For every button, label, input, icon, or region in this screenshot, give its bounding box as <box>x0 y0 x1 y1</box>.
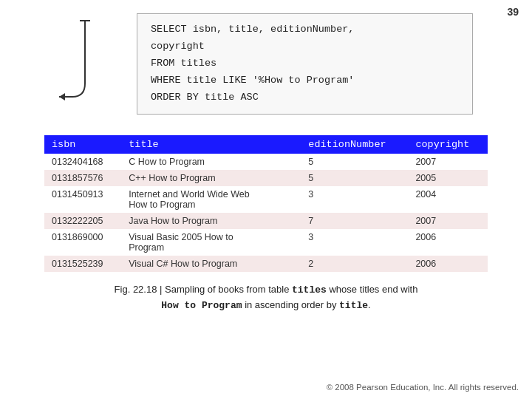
table-cell: 5 <box>301 170 408 186</box>
sql-line4: WHERE title LIKE '%How to Program' <box>151 72 459 89</box>
table-name-mono: titles <box>292 284 327 296</box>
col-title: title <box>121 135 301 154</box>
table-cell: 0132404168 <box>44 154 121 170</box>
table-row: 0132222205Java How to Program72007 <box>44 213 488 229</box>
table-cell: 2 <box>301 256 408 272</box>
figure-caption: Fig. 22.18 | Sampling of books from tabl… <box>44 282 488 315</box>
caption-text3: in ascending order by <box>242 299 340 310</box>
table-cell: 5 <box>301 154 408 170</box>
table-row: 0131450913Internet and World Wide WebHow… <box>44 186 488 213</box>
caption-separator: | <box>157 284 165 295</box>
table-cell: 2005 <box>408 170 488 186</box>
table-row: 0131869000Visual Basic 2005 How toProgra… <box>44 229 488 256</box>
table-cell: 0131857576 <box>44 170 121 186</box>
table-row: 0131525239Visual C# How to Program22006 <box>44 256 488 272</box>
sql-line5: ORDER BY title ASC <box>151 89 459 106</box>
table-cell: 2006 <box>408 256 488 272</box>
sql-box: SELECT isbn, title, editionNumber, copyr… <box>137 13 473 115</box>
table-cell: Visual Basic 2005 How toProgram <box>121 229 301 256</box>
table-cell: 2007 <box>408 154 488 170</box>
col-copyright: copyright <box>408 135 488 154</box>
table-cell: 0131869000 <box>44 229 121 256</box>
results-table: isbn title editionNumber copyright 01324… <box>44 135 488 272</box>
col-edition: editionNumber <box>301 135 408 154</box>
table-cell: 2007 <box>408 213 488 229</box>
sql-line2: copyright <box>151 38 459 55</box>
table-cell: C++ How to Program <box>121 170 301 186</box>
table-cell: 2004 <box>408 186 488 213</box>
title-mono: title <box>339 300 368 311</box>
how-to-mono: How to Program <box>161 300 242 311</box>
table-cell: 2006 <box>408 229 488 256</box>
svg-marker-0 <box>59 93 65 100</box>
table-header-row: isbn title editionNumber copyright <box>44 135 488 154</box>
table-cell: 0131525239 <box>44 256 121 272</box>
table-row: 0132404168C How to Program52007 <box>44 154 488 170</box>
sql-line3: FROM titles <box>151 55 459 72</box>
table-cell: 3 <box>301 229 408 256</box>
caption-text1: Sampling of books from table <box>165 284 292 295</box>
table-cell: 3 <box>301 186 408 213</box>
caption-period: . <box>368 299 371 310</box>
table-cell: C How to Program <box>121 154 301 170</box>
table-cell: 0131450913 <box>44 186 121 213</box>
table-cell: Internet and World Wide WebHow to Progra… <box>121 186 301 213</box>
caption-text2: whose titles end with <box>327 284 418 295</box>
footer-copyright: © 2008 Pearson Education, Inc. All right… <box>327 383 519 392</box>
table-cell: 7 <box>301 213 408 229</box>
page-number: 39 <box>507 6 519 18</box>
table-cell: Java How to Program <box>121 213 301 229</box>
table-cell: 0132222205 <box>44 213 121 229</box>
arrow-icon <box>52 17 92 109</box>
fig-label: Fig. 22.18 <box>115 284 157 295</box>
sql-line1: SELECT isbn, title, editionNumber, <box>151 21 459 38</box>
col-isbn: isbn <box>44 135 121 154</box>
table-row: 0131857576C++ How to Program52005 <box>44 170 488 186</box>
table-cell: Visual C# How to Program <box>121 256 301 272</box>
